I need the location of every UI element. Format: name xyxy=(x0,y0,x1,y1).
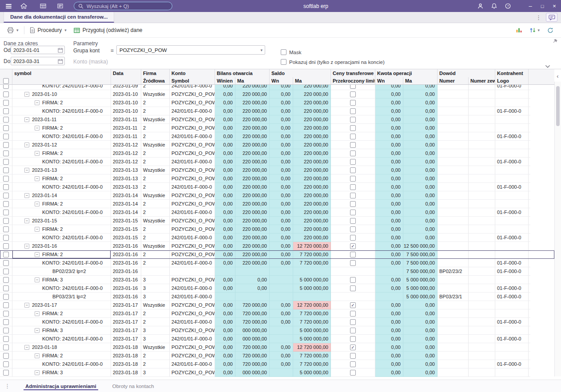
row-checkbox[interactable] xyxy=(3,142,9,148)
table-row[interactable]: KONTO: 242/01/01-F-000-02023-01-163242/0… xyxy=(0,284,554,293)
limit-checkbox[interactable] xyxy=(350,91,356,97)
user-icon[interactable] xyxy=(476,2,484,10)
row-checkbox[interactable] xyxy=(3,117,9,123)
limit-checkbox[interactable] xyxy=(350,277,356,283)
refresh-icon[interactable] xyxy=(545,26,556,35)
row-checkbox[interactable] xyxy=(3,277,9,283)
column-header-winien[interactable]: Winien xyxy=(215,77,235,84)
column-header-przekroczony-limit[interactable]: Przekroczony limit xyxy=(331,77,375,84)
row-checkbox[interactable] xyxy=(3,226,9,232)
table-row[interactable]: KONTO: 242/01/01-F-000-02023-01-092242/0… xyxy=(0,85,554,90)
date-from-field[interactable] xyxy=(11,46,65,54)
table-row[interactable]: −FIRMA: 22023-01-102POZYCZKI_O_POW0,0022… xyxy=(0,99,554,107)
table-row[interactable]: KONTO: 242/01/01-F-000-02023-01-102242/0… xyxy=(0,107,554,115)
collapse-row-icon[interactable]: − xyxy=(24,168,29,173)
limit-checkbox[interactable] xyxy=(350,184,356,190)
row-checkbox[interactable] xyxy=(3,125,9,131)
row-checkbox[interactable] xyxy=(3,260,9,266)
procedury-button[interactable]: Procedury ▾ xyxy=(26,24,70,36)
table-row[interactable]: −2023-01-172023-01-17WszystkiePOZYCZKI_O… xyxy=(0,301,554,309)
row-checkbox[interactable] xyxy=(3,150,9,156)
row-checkbox[interactable] xyxy=(3,193,9,198)
row-checkbox[interactable] xyxy=(3,218,9,224)
equals-operator[interactable]: = xyxy=(111,48,114,54)
table-row[interactable]: −FIRMA: 22023-01-172POZYCZKI_O_POW0,0072… xyxy=(0,309,554,318)
limit-checkbox[interactable] xyxy=(350,252,356,257)
table-row[interactable]: −FIRMA: 22023-01-132POZYCZKI_O_POW0,0022… xyxy=(0,174,554,183)
table-row[interactable]: BP02/23/2 lp=22023-01-167 500 000,00BP02… xyxy=(0,267,554,276)
limit-checkbox[interactable] xyxy=(350,85,356,89)
column-header-numer-zew[interactable]: Numer zew. xyxy=(469,77,495,84)
close-button[interactable]: × xyxy=(551,3,557,9)
maximize-button[interactable]: □ xyxy=(539,4,545,9)
column-header-saldo[interactable]: Saldo xyxy=(270,69,331,77)
tab-dane-dokumentacji[interactable]: Dane dla dokumentacji cen transferow... xyxy=(4,12,114,23)
notifications-icon[interactable] xyxy=(490,2,498,10)
pivot-icon[interactable]: ▾ xyxy=(528,26,541,34)
row-checkbox[interactable] xyxy=(3,361,9,367)
mask-checkbox[interactable]: Mask xyxy=(281,49,301,55)
table-row[interactable]: −2023-01-182023-01-18WszystkiePOZYCZKI_O… xyxy=(0,343,554,352)
row-checkbox[interactable] xyxy=(3,252,9,257)
limit-checkbox[interactable] xyxy=(350,108,356,114)
collapse-row-icon[interactable]: − xyxy=(35,311,40,316)
table-row[interactable]: KONTO: 242/01/01-F-000-02023-01-152242/0… xyxy=(0,234,554,242)
collapse-row-icon[interactable]: − xyxy=(24,244,29,249)
limit-checkbox[interactable] xyxy=(350,125,356,131)
calendar-icon[interactable] xyxy=(58,59,63,64)
row-checkbox[interactable] xyxy=(3,370,9,376)
limit-checkbox[interactable] xyxy=(350,142,356,148)
column-header-bilans-otwarcia[interactable]: Bilans otwarcia xyxy=(215,69,270,77)
column-header-zrodlowa[interactable]: Źródłowa xyxy=(141,77,170,84)
collapse-row-icon[interactable]: − xyxy=(24,92,29,97)
chart-icon[interactable] xyxy=(514,26,524,34)
bottom-tab-obroty[interactable]: Obroty na kontach xyxy=(104,380,162,392)
limit-checkbox[interactable]: ✓ xyxy=(350,243,356,249)
select-all-checkbox[interactable] xyxy=(3,78,9,84)
limit-checkbox[interactable] xyxy=(350,285,356,291)
table-row[interactable]: −2023-01-112023-01-11WszystkiePOZYCZKI_O… xyxy=(0,115,554,124)
collapse-row-icon[interactable]: − xyxy=(35,353,40,358)
modules-icon[interactable] xyxy=(39,2,47,10)
row-checkbox[interactable] xyxy=(3,328,9,333)
limit-checkbox[interactable] xyxy=(350,150,356,156)
limit-checkbox[interactable]: ✓ xyxy=(350,344,356,350)
date-from-input[interactable] xyxy=(11,48,58,53)
documents-icon[interactable] xyxy=(56,2,64,10)
row-checkbox[interactable] xyxy=(3,134,9,139)
column-header-numer[interactable]: Numer xyxy=(438,77,469,84)
limit-checkbox[interactable] xyxy=(350,134,356,139)
bottom-overflow-icon[interactable]: ⋮ xyxy=(0,383,10,389)
collapse-row-icon[interactable]: − xyxy=(35,202,40,206)
limit-checkbox[interactable] xyxy=(350,210,356,215)
minimize-button[interactable]: – xyxy=(527,3,533,9)
table-row[interactable]: KONTO: 242/01/01-F-000-02023-01-172242/0… xyxy=(0,318,554,326)
table-row[interactable]: −FIRMA: 22023-01-142POZYCZKI_O_POW0,0022… xyxy=(0,200,554,208)
table-row[interactable]: −2023-01-162023-01-16WszystkiePOZYCZKI_O… xyxy=(0,242,554,250)
limit-checkbox[interactable] xyxy=(350,260,356,266)
limit-checkbox[interactable]: ✓ xyxy=(350,302,356,308)
column-header-data[interactable]: Data xyxy=(111,69,141,77)
collapse-row-icon[interactable]: − xyxy=(24,143,29,147)
row-checkbox[interactable] xyxy=(3,243,9,249)
column-header-ceny-transferowe[interactable]: Ceny transferowe xyxy=(331,69,375,77)
limit-checkbox[interactable] xyxy=(350,159,356,165)
row-checkbox[interactable] xyxy=(3,353,9,359)
column-header-firma[interactable]: Firma xyxy=(141,69,170,77)
date-to-field[interactable] xyxy=(11,57,65,65)
limit-checkbox[interactable] xyxy=(350,167,356,173)
row-checkbox[interactable] xyxy=(3,201,9,207)
row-checkbox[interactable] xyxy=(3,184,9,190)
bottom-tab-administracja[interactable]: Administracja uprawnieniami xyxy=(17,380,104,392)
limit-checkbox[interactable] xyxy=(350,201,356,207)
table-row[interactable]: KONTO: 242/01/01-F-000-02023-01-132242/0… xyxy=(0,183,554,191)
collapse-row-icon[interactable]: − xyxy=(35,176,40,181)
checkbox-box[interactable] xyxy=(281,59,286,65)
table-row[interactable]: −FIRMA: 22023-01-112POZYCZKI_O_POW0,0022… xyxy=(0,124,554,132)
print-button[interactable]: ▾ xyxy=(4,24,22,36)
limit-checkbox[interactable] xyxy=(350,336,356,342)
checkbox-box[interactable] xyxy=(281,49,286,55)
collapse-row-icon[interactable]: − xyxy=(35,126,40,131)
row-checkbox[interactable] xyxy=(3,235,9,241)
home-icon[interactable] xyxy=(20,2,28,10)
